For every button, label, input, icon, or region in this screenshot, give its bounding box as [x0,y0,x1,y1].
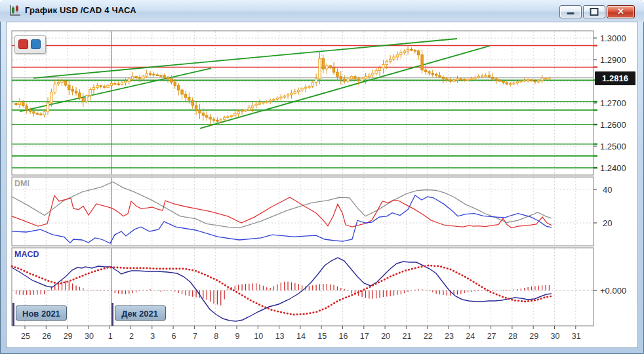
date-axis-label: 1 [102,332,119,341]
date-axis-label: 23 [441,332,458,341]
month-boundary-marker-dec [111,303,113,326]
date-axis-label: 28 [504,332,521,341]
chart-canvas [0,0,644,354]
month-label-nov: Нов 2021 [16,305,67,321]
date-axis-label: 13 [272,332,289,341]
date-axis-label: 16 [335,332,352,341]
date-axis-label: 6 [165,332,182,341]
date-axis-label: 25 [17,332,34,341]
restore-button[interactable] [583,5,605,18]
date-axis-label: 17 [356,332,373,341]
price-axis-label: 1.2700 [600,98,626,108]
window-title: График USD /CAD 4 ЧАСА [25,5,136,15]
date-axis-label: 14 [292,332,310,341]
candlestick-chart-icon [9,5,22,17]
date-axis-label: 2 [123,332,140,341]
dmi-axis-label: 40 [603,185,612,195]
screenshot-stage: DMI MACD Нов 2021 Дек 2021 1.2816 1.3000… [0,0,644,354]
date-axis-label: 15 [313,332,331,341]
window-titlebar[interactable]: График USD /CAD 4 ЧАСА ✕ [0,0,644,22]
macd-zero-axis-label: +0.000 [600,286,626,296]
price-axis-label: 1.2600 [600,120,626,130]
date-axis-label: 29 [525,332,542,341]
price-axis-label: 1.3000 [600,33,626,43]
dmi-axis-label: 20 [603,218,612,228]
close-button[interactable]: ✕ [607,5,635,18]
date-axis-label: 29 [60,332,77,341]
close-icon: ✕ [607,7,634,16]
date-axis-label: 30 [547,332,564,341]
chart-mini-toolbar [14,35,46,54]
minimize-button[interactable] [559,5,582,18]
date-axis-label: 31 [568,332,585,341]
price-axis-label: 1.2500 [600,142,626,151]
date-axis-label: 22 [420,332,437,341]
date-axis-label: 8 [208,332,225,341]
dmi-indicator-label: DMI [14,179,30,188]
date-axis-label: 24 [462,332,479,341]
chart-client-area[interactable]: DMI MACD Нов 2021 Дек 2021 1.2816 1.3000… [6,22,638,348]
price-axis-label: 1.2400 [600,163,626,173]
date-axis-label: 3 [144,332,161,341]
date-axis-label: 20 [377,332,394,341]
month-label-dec: Дек 2021 [115,305,166,321]
date-axis-label: 9 [229,332,246,341]
macd-indicator-label: MACD [14,250,39,259]
minimize-icon [567,12,574,14]
blue-marker-button[interactable] [31,39,41,49]
red-marker-button[interactable] [18,39,28,49]
month-boundary-marker-nov [12,303,14,326]
current-price-badge: 1.2816 [595,71,635,85]
date-axis-label: 26 [38,332,55,341]
date-axis-label: 21 [398,332,415,341]
date-axis-label: 10 [250,332,267,341]
date-axis-label: 27 [483,332,500,341]
date-axis-label: 7 [186,332,203,341]
date-axis-label: 30 [81,332,98,341]
price-axis-label: 1.2900 [600,55,626,65]
restore-icon [590,8,599,16]
